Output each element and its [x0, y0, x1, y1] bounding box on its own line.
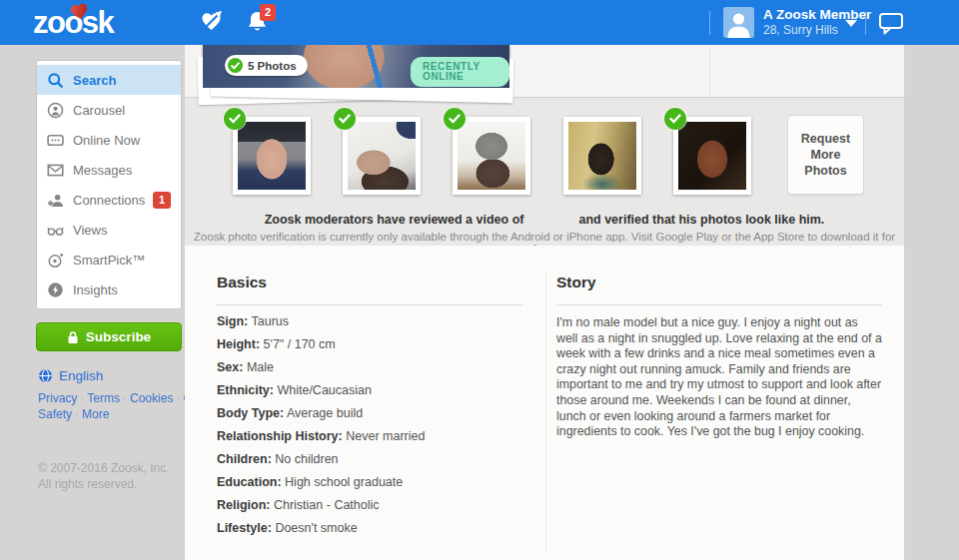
request-more-photos-button[interactable]: Request More Photos [787, 115, 864, 195]
link-separator: · [75, 407, 79, 421]
basics-label: Relationship History: [217, 429, 343, 443]
globe-icon [38, 368, 53, 383]
sidebar-item-views[interactable]: Views [37, 215, 181, 245]
story-title: Story [556, 274, 882, 291]
basics-value: Average build [287, 406, 363, 420]
main-profile-photo[interactable]: 5 Photos RECENTLY ONLINE [203, 45, 509, 97]
basics-label: Religion: [217, 498, 270, 512]
basics-row: Sign: Taurus [217, 315, 522, 328]
profile-details-panel: Basics Sign: Taurus Height: 5'7" / 170 c… [185, 246, 904, 560]
connections-count-badge: 1 [153, 192, 171, 209]
messages-icon [47, 162, 64, 179]
person-silhouette-icon [723, 7, 754, 38]
cookies-link[interactable]: Cookies [130, 391, 173, 405]
sidebar-nav: Search Carousel Online Now Messages Conn… [36, 60, 182, 309]
chat-bubble-icon[interactable] [878, 12, 904, 35]
basics-value: Never married [346, 429, 425, 443]
basics-row: Education: High school graduate [217, 476, 522, 489]
subscribe-label: Subscribe [86, 329, 151, 344]
recently-online-badge: RECENTLY ONLINE [411, 57, 509, 87]
link-separator: · [80, 391, 84, 405]
verified-photo-thumbnail[interactable] [343, 117, 421, 195]
story-section: Story I'm no male model but a nice guy. … [556, 274, 882, 440]
photo-count-label: 5 Photos [248, 60, 297, 72]
avatar[interactable] [723, 7, 754, 38]
link-separator: · [176, 391, 180, 405]
basics-row: Body Type: Average build [217, 407, 522, 420]
basics-label: Education: [217, 475, 282, 489]
subscribe-button[interactable]: Subscribe [36, 322, 182, 351]
sidebar-item-label: Insights [73, 282, 118, 297]
carousel-icon [47, 102, 64, 119]
basics-row: Children: No children [217, 453, 522, 466]
moderator-review-text: Zoosk moderators have reviewed a video o… [185, 213, 904, 227]
section-divider [556, 304, 882, 305]
language-selector[interactable]: English [38, 368, 103, 383]
verified-check-icon [224, 108, 246, 130]
basics-section: Basics Sign: Taurus Height: 5'7" / 170 c… [217, 274, 522, 535]
basics-row: Sex: Male [217, 361, 522, 374]
sidebar-item-label: Connections [73, 193, 145, 208]
insights-icon [47, 281, 64, 298]
notification-count-badge: 2 [260, 4, 276, 21]
sidebar-item-label: Views [73, 223, 107, 238]
basics-value: 5'7" / 170 cm [264, 337, 336, 351]
search-icon [47, 72, 64, 89]
band-divider [709, 45, 710, 97]
sidebar-item-online-now[interactable]: Online Now [37, 125, 181, 155]
basics-title: Basics [217, 274, 522, 291]
review-text-after-name: and verified that his photos look like h… [578, 213, 824, 227]
terms-link[interactable]: Terms [87, 391, 120, 405]
basics-label: Lifestyle: [217, 521, 272, 535]
photo-thumbnail-image [348, 122, 416, 190]
basics-label: Body Type: [217, 406, 284, 420]
basics-label: Height: [217, 337, 260, 351]
sidebar-item-label: Carousel [73, 103, 125, 118]
photo-thumbnail-image [458, 122, 525, 190]
photo-verification-panel: Request More Photos Zoosk moderators hav… [185, 98, 904, 246]
footer-links: Privacy·Terms·Cookies·Online Safety·More [38, 391, 182, 422]
sidebar-item-search[interactable]: Search [37, 65, 181, 95]
photo-thumbnail-image [678, 122, 746, 190]
basics-value: Doesn't smoke [275, 521, 357, 535]
online-now-icon [47, 132, 64, 149]
basics-row: Religion: Christian - Catholic [217, 499, 522, 512]
photo-thumbnail[interactable] [563, 117, 641, 195]
basics-value: High school graduate [285, 475, 403, 489]
sidebar-divider [38, 450, 180, 451]
basics-value: Male [247, 360, 274, 374]
photo-count-badge[interactable]: 5 Photos [225, 55, 308, 76]
sidebar-item-smartpick[interactable]: SmartPick™ [37, 245, 181, 275]
verified-check-icon [444, 108, 466, 130]
basics-value: Christian - Catholic [274, 498, 380, 512]
more-link[interactable]: More [82, 407, 109, 421]
photo-thumbnail-image [238, 122, 306, 190]
link-separator: · [123, 391, 127, 405]
sidebar-item-insights[interactable]: Insights [37, 275, 181, 304]
basics-value: No children [275, 452, 338, 466]
chevron-down-icon[interactable] [845, 20, 857, 27]
section-divider [217, 304, 522, 305]
header-divider [709, 11, 710, 35]
sidebar-item-connections[interactable]: Connections 1 [37, 185, 181, 215]
language-label: English [59, 368, 103, 383]
photo-thumbnail-image [568, 122, 636, 190]
verified-photo-thumbnail[interactable] [233, 117, 311, 195]
sidebar-item-messages[interactable]: Messages [37, 155, 181, 185]
connections-icon [47, 192, 64, 209]
views-icon [47, 222, 64, 239]
privacy-link[interactable]: Privacy [38, 391, 77, 405]
sidebar-item-label: Messages [73, 163, 132, 178]
sidebar-item-label: SmartPick™ [73, 253, 145, 268]
verified-check-icon [664, 108, 686, 130]
verified-photo-thumbnail[interactable] [673, 117, 751, 195]
basics-value: Taurus [252, 314, 290, 328]
header-divider [865, 11, 866, 35]
sidebar-item-carousel[interactable]: Carousel [37, 95, 181, 125]
user-menu-details: 28, Surry Hills [763, 23, 838, 37]
review-text-before-name: Zoosk moderators have reviewed a video o… [265, 213, 524, 227]
verified-photo-thumbnail[interactable] [453, 117, 530, 195]
matches-heart-icon[interactable] [200, 10, 224, 33]
basics-row: Relationship History: Never married [217, 430, 522, 443]
smartpick-icon [47, 252, 64, 269]
